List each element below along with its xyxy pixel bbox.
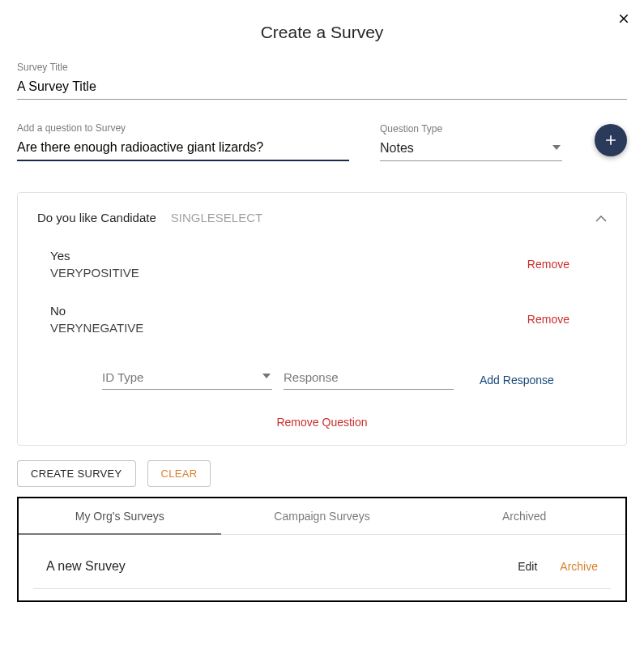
survey-title-label: Survey Title [17,62,627,73]
response-item: Yes VERYPOSITIVE Remove [50,249,594,280]
collapse-button[interactable] [592,207,610,229]
add-response-button[interactable]: Add Response [465,374,554,390]
id-type-select[interactable] [102,367,272,390]
create-survey-button[interactable]: CREATE SURVEY [17,460,136,487]
response-label: No [50,304,143,318]
question-type-label: Question Type [380,123,562,135]
remove-response-button[interactable]: Remove [527,258,594,271]
plus-icon [603,132,619,148]
tab-campaign-surveys[interactable]: Campaign Surveys [221,498,424,534]
tab-archived[interactable]: Archived [423,498,625,534]
response-id: VERYNEGATIVE [50,321,143,335]
chevron-up-icon [595,216,607,222]
surveys-panel: My Org's Surveys Campaign Surveys Archiv… [17,497,627,602]
response-item: No VERYNEGATIVE Remove [50,304,594,335]
response-label: Yes [50,249,139,263]
add-question-button[interactable] [595,124,627,156]
tab-my-org-surveys[interactable]: My Org's Surveys [19,498,221,534]
question-type-select[interactable]: Notes [380,138,562,161]
add-question-input[interactable] [17,137,349,161]
page-title: Create a Survey [0,0,644,62]
archive-survey-button[interactable]: Archive [560,560,598,573]
question-card-subtype: SINGLESELECT [171,211,262,224]
remove-question-button[interactable]: Remove Question [37,416,607,429]
dropdown-icon [262,367,271,382]
survey-title-input[interactable] [17,76,627,100]
add-question-label: Add a question to Survey [17,122,349,134]
close-icon [616,11,631,26]
remove-response-button[interactable]: Remove [527,313,594,326]
clear-button[interactable]: CLEAR [147,460,211,487]
response-id: VERYPOSITIVE [50,266,139,280]
response-input[interactable] [284,367,454,390]
survey-row: A new Sruvey Edit Archive [33,545,611,589]
question-card-title: Do you like Candidate [37,211,156,224]
edit-survey-button[interactable]: Edit [518,560,537,573]
close-button[interactable] [613,8,634,32]
survey-name: A new Sruvey [33,559,126,574]
question-card: Do you like Candidate SINGLESELECT Yes V… [17,192,627,446]
